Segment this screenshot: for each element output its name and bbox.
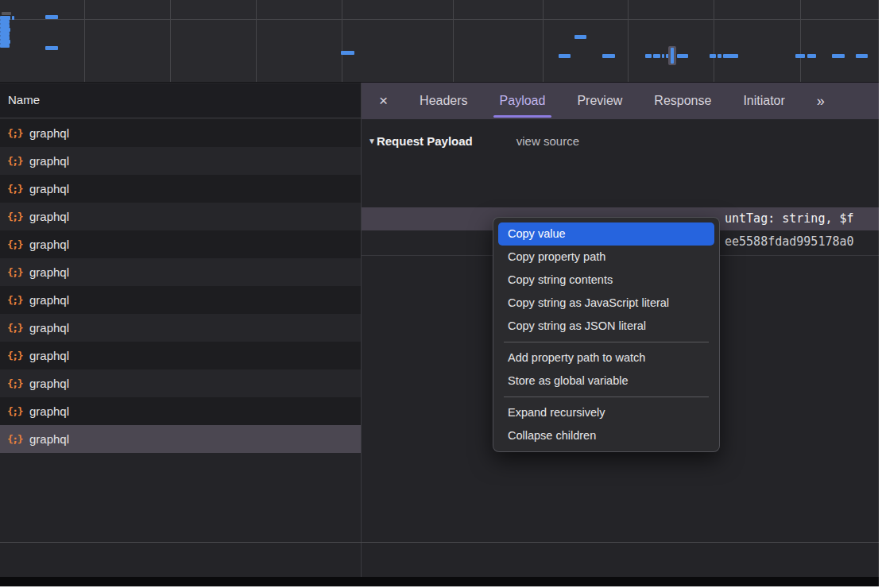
json-braces-icon: {;} <box>7 238 22 250</box>
timeline-request-bar <box>710 54 716 58</box>
request-name: graphql <box>29 126 69 140</box>
request-row[interactable]: {;}graphql <box>0 286 361 314</box>
timeline-request-bar <box>807 54 816 58</box>
panel-divider[interactable] <box>361 83 362 577</box>
timeline-request-bar <box>832 54 845 58</box>
name-column-label: Name <box>8 93 40 106</box>
timeline-request-bar <box>12 16 14 20</box>
timeline-request-bar <box>45 15 58 19</box>
overview-gridline <box>800 0 801 82</box>
request-row[interactable]: {;}graphql <box>0 397 361 425</box>
request-name: graphql <box>29 432 69 446</box>
menu-item-copy-string-as-json-literal[interactable]: Copy string as JSON literal <box>498 315 714 338</box>
request-name: graphql <box>29 293 69 307</box>
property-value-right: untTag: string, $f <box>725 207 854 230</box>
request-name: graphql <box>29 265 69 279</box>
close-icon[interactable]: × <box>379 92 388 110</box>
timeline-request-bar <box>2 12 11 15</box>
menu-item-store-as-global-variable[interactable]: Store as global variable <box>498 369 714 393</box>
context-menu: Copy valueCopy property pathCopy string … <box>493 217 720 452</box>
timeline-request-bar <box>718 54 721 58</box>
payload-preview-row[interactable]: ▼ {operationName: "ipFlowTimeseries", va… <box>362 160 879 182</box>
request-row[interactable]: {;}graphql <box>0 425 361 453</box>
bottom-bar <box>0 577 879 586</box>
devtools-window: Name {;}graphql{;}graphql{;}graphql{;}gr… <box>0 0 879 586</box>
request-row[interactable]: {;}graphql <box>0 147 361 175</box>
json-braces-icon: {;} <box>7 127 22 139</box>
request-list: {;}graphql{;}graphql{;}graphql{;}graphql… <box>0 119 361 453</box>
request-row[interactable]: {;}graphql <box>0 314 361 342</box>
name-column-header[interactable]: Name <box>0 83 361 118</box>
overview-gridline <box>628 0 629 82</box>
request-name: graphql <box>29 321 69 335</box>
overview-gridline <box>342 0 342 82</box>
request-name: graphql <box>29 377 69 390</box>
tab-preview[interactable]: Preview <box>577 83 622 119</box>
overview-gridline <box>170 0 171 82</box>
timeline-request-bar <box>662 54 664 58</box>
timeline-request-bar <box>559 54 571 58</box>
overview-gridline <box>256 0 257 82</box>
overview-gridline <box>84 0 85 82</box>
network-overview-timeline[interactable] <box>0 0 879 83</box>
overview-gridline <box>453 0 454 82</box>
request-name: graphql <box>29 210 69 223</box>
tab-initiator[interactable]: Initiator <box>743 83 784 119</box>
json-braces-icon: {;} <box>7 155 22 167</box>
request-row[interactable]: {;}graphql <box>0 342 361 369</box>
json-braces-icon: {;} <box>7 433 22 445</box>
view-source-link[interactable]: view source <box>516 134 579 148</box>
timeline-request-bar <box>856 54 868 58</box>
json-braces-icon: {;} <box>7 266 22 278</box>
menu-item-add-property-path-to-watch[interactable]: Add property path to watch <box>498 346 714 369</box>
request-name: graphql <box>29 238 69 251</box>
menu-item-expand-recursively[interactable]: Expand recursively <box>498 401 714 424</box>
overview-gridline <box>714 0 714 82</box>
section-title: Request Payload <box>377 134 473 148</box>
timeline-request-bar <box>574 35 586 39</box>
tab-payload[interactable]: Payload <box>500 83 546 119</box>
request-name: graphql <box>29 404 69 418</box>
overview-gridline <box>543 0 544 82</box>
timeline-request-bar <box>653 54 660 58</box>
timeline-request-bar <box>0 44 10 48</box>
request-row[interactable]: {;}graphql <box>0 258 361 286</box>
more-tabs-icon[interactable]: » <box>817 93 823 110</box>
menu-divider <box>504 397 709 397</box>
timeline-request-bar <box>341 51 354 55</box>
menu-item-collapse-children[interactable]: Collapse children <box>498 424 714 447</box>
section-expander-icon[interactable]: ▼ <box>368 137 376 145</box>
request-row[interactable]: {;}graphql <box>0 369 361 397</box>
request-row[interactable]: {;}graphql <box>0 119 361 147</box>
timeline-request-bar <box>723 54 738 58</box>
request-name: graphql <box>29 154 69 168</box>
timeline-request-bar <box>602 54 615 58</box>
tab-headers[interactable]: Headers <box>420 83 467 119</box>
timeline-request-bar <box>677 54 688 58</box>
timeline-request-bar <box>45 46 58 50</box>
menu-item-copy-string-contents[interactable]: Copy string contents <box>498 269 714 292</box>
tab-response[interactable]: Response <box>654 83 711 119</box>
request-row[interactable]: {;}graphql <box>0 175 361 203</box>
timeline-request-bar <box>645 54 652 58</box>
footer-divider <box>0 542 879 543</box>
json-braces-icon: {;} <box>7 377 22 389</box>
menu-item-copy-value[interactable]: Copy value <box>498 222 714 246</box>
menu-item-copy-string-as-javascript-literal[interactable]: Copy string as JavaScript literal <box>498 292 714 315</box>
json-braces-icon: {;} <box>7 405 22 417</box>
request-row[interactable]: {;}graphql <box>0 230 361 258</box>
request-name: graphql <box>29 349 69 362</box>
json-braces-icon: {;} <box>7 322 22 334</box>
operation-name-row[interactable]: operationName: "ipFlowTimeseries" <box>362 183 879 205</box>
json-braces-icon: {;} <box>7 211 22 222</box>
request-name: graphql <box>29 182 69 195</box>
request-row[interactable]: {;}graphql <box>0 203 361 230</box>
json-braces-icon: {;} <box>7 183 22 195</box>
tab-strip: × HeadersPayloadPreviewResponseInitiator… <box>362 83 879 119</box>
timeline-request-bar <box>795 54 805 58</box>
request-payload-section-header: ▼ Request Payload view source <box>368 130 579 152</box>
json-braces-icon: {;} <box>7 350 22 362</box>
menu-divider <box>504 342 709 342</box>
property-value-right: ee5588fdad995178a0 <box>725 230 854 253</box>
menu-item-copy-property-path[interactable]: Copy property path <box>498 246 714 269</box>
